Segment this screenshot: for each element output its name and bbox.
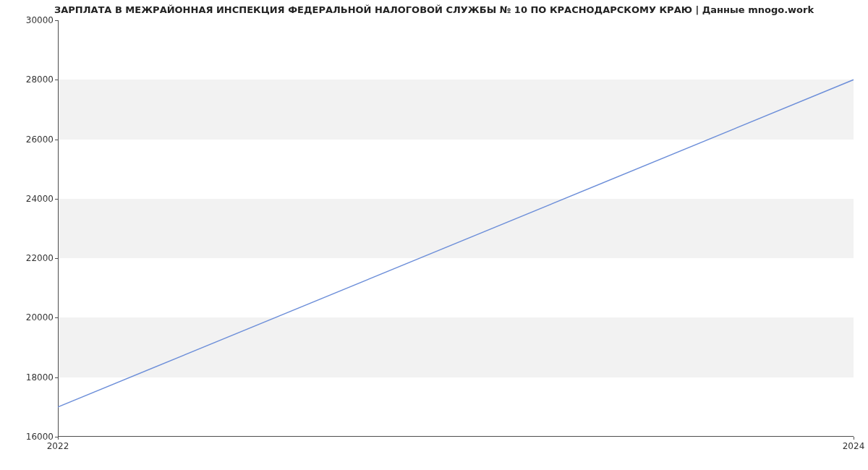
chart-title: ЗАРПЛАТА В МЕЖРАЙОННАЯ ИНСПЕКЦИЯ ФЕДЕРАЛ… (0, 4, 868, 15)
y-tick-mark (55, 317, 58, 318)
y-tick-mark (55, 80, 58, 80)
y-tick-mark (55, 140, 58, 140)
x-tick-mark (854, 437, 854, 440)
line-layer (58, 20, 854, 437)
y-tick-mark (55, 199, 58, 200)
line-chart: ЗАРПЛАТА В МЕЖРАЙОННАЯ ИНСПЕКЦИЯ ФЕДЕРАЛ… (0, 0, 868, 470)
y-tick-label: 26000 (3, 134, 54, 145)
y-tick-mark (55, 258, 58, 259)
y-tick-mark (55, 20, 58, 21)
y-tick-label: 22000 (3, 253, 54, 263)
y-tick-mark (55, 377, 58, 378)
y-tick-label: 30000 (3, 15, 54, 25)
y-tick-label: 20000 (3, 312, 54, 322)
y-tick-label: 28000 (3, 74, 54, 85)
y-tick-label: 18000 (3, 372, 54, 383)
x-tick-label: 2022 (47, 441, 69, 451)
y-tick-label: 16000 (3, 432, 54, 442)
x-tick-label: 2024 (843, 441, 865, 451)
y-tick-label: 24000 (3, 194, 54, 204)
x-tick-mark (58, 437, 59, 440)
series-line (58, 80, 854, 407)
